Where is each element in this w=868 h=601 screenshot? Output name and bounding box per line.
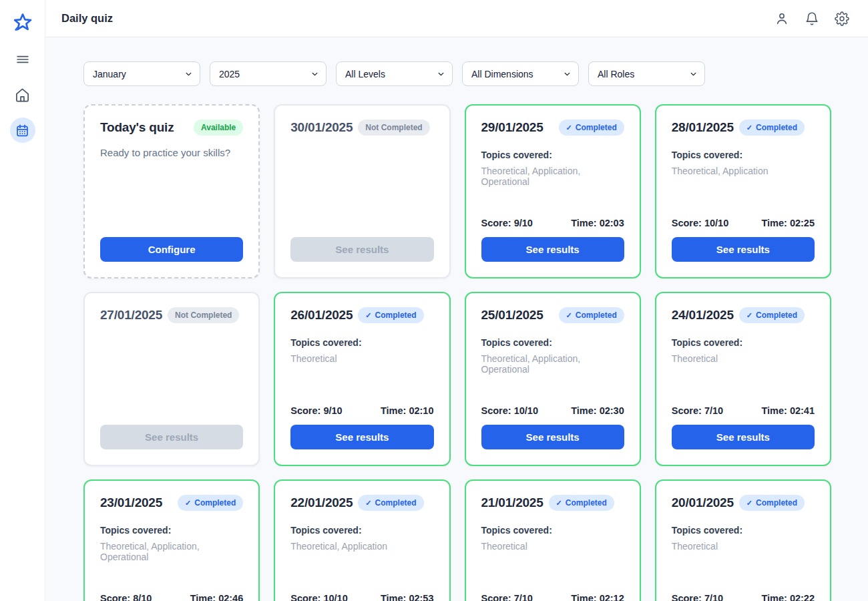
topics-section: Topics covered: Theoretical, Application… — [481, 323, 624, 375]
score-text: Score: 9/10 — [481, 218, 533, 228]
gear-icon[interactable] — [834, 11, 850, 27]
status-badge: ✓ Completed — [559, 120, 624, 136]
see-results-button[interactable]: See results — [672, 237, 815, 262]
time-text: Time: 02:25 — [761, 218, 815, 228]
time-text: Time: 02:03 — [571, 218, 624, 228]
user-icon[interactable] — [774, 11, 790, 27]
score-text: Score: 7/10 — [672, 593, 723, 601]
quiz-date: 27/01/2025 — [100, 308, 162, 323]
topics-label: Topics covered: — [481, 337, 624, 348]
topics-section: Topics covered: Theoretical — [481, 511, 624, 552]
topics-section: Topics covered: Theoretical, Application… — [100, 511, 243, 562]
check-icon: ✓ — [746, 499, 752, 508]
year-select[interactable]: 2025 — [210, 61, 327, 86]
today-quiz-subtitle: Ready to practice your skills? — [100, 147, 243, 158]
page-title: Daily quiz — [61, 12, 113, 25]
status-badge: ✓ Completed — [739, 495, 805, 511]
quiz-card: 22/01/2025 ✓ Completed Topics covered: T… — [274, 479, 450, 601]
level-select[interactable]: All Levels — [336, 61, 453, 86]
quiz-card: 26/01/2025 ✓ Completed Topics covered: T… — [274, 292, 450, 466]
check-icon: ✓ — [365, 311, 371, 320]
quiz-date: 21/01/2025 — [481, 495, 544, 510]
score-time-row: Score: 8/10 Time: 02:46 — [100, 593, 243, 601]
score-time-row: Score: 9/10 Time: 02:03 — [481, 218, 624, 228]
quiz-date: 23/01/2025 — [100, 495, 162, 510]
quiz-date: 22/01/2025 — [290, 495, 353, 510]
topbar-icons — [774, 11, 850, 27]
see-results-button: See results — [100, 425, 243, 449]
quiz-card: 23/01/2025 ✓ Completed Topics covered: T… — [83, 479, 260, 601]
status-badge: ✓ Completed — [178, 495, 243, 511]
topics-value: Theoretical — [672, 541, 815, 552]
today-quiz-title: Today's quiz — [100, 120, 174, 135]
quiz-card: 29/01/2025 ✓ Completed Topics covered: T… — [465, 104, 641, 278]
filter-bar: January 2025 All Levels All Dimensi — [83, 61, 831, 86]
score-text: Score: 8/10 — [100, 593, 152, 601]
quiz-date: 30/01/2025 — [290, 120, 353, 135]
topics-section: Topics covered: Theoretical — [290, 323, 433, 364]
check-icon: ✓ — [746, 124, 752, 132]
topics-label: Topics covered: — [672, 337, 815, 348]
level-filter: All Levels — [336, 61, 453, 86]
check-icon: ✓ — [556, 499, 562, 508]
topics-label: Topics covered: — [290, 525, 433, 536]
check-icon: ✓ — [566, 311, 572, 320]
see-results-button[interactable]: See results — [481, 237, 624, 262]
status-badge: Available — [194, 120, 243, 136]
status-badge: Not Completed — [358, 120, 429, 136]
quiz-date: 20/01/2025 — [672, 495, 734, 510]
quiz-date: 26/01/2025 — [290, 308, 353, 323]
month-select[interactable]: January — [83, 61, 200, 86]
time-text: Time: 02:53 — [381, 593, 434, 601]
dimension-select[interactable]: All Dimensions — [462, 61, 579, 86]
topics-value: Theoretical, Application — [672, 166, 815, 176]
topbar: Daily quiz — [45, 0, 868, 37]
check-icon: ✓ — [365, 499, 371, 508]
topics-section: Topics covered: Theoretical, Application… — [481, 136, 624, 187]
status-badge: ✓ Completed — [358, 307, 423, 323]
calendar-icon[interactable] — [10, 118, 35, 143]
score-time-row: Score: 7/10 Time: 02:12 — [481, 593, 624, 601]
score-text: Score: 10/10 — [481, 405, 538, 416]
bell-icon[interactable] — [804, 11, 820, 27]
role-filter: All Roles — [588, 61, 705, 86]
topics-label: Topics covered: — [481, 150, 624, 160]
see-results-button[interactable]: See results — [290, 425, 433, 449]
topics-label: Topics covered: — [290, 337, 433, 348]
status-badge: ✓ Completed — [549, 495, 614, 511]
see-results-button: See results — [290, 237, 433, 262]
score-text: Score: 10/10 — [290, 593, 347, 601]
topics-label: Topics covered: — [100, 525, 243, 536]
home-icon[interactable] — [14, 86, 31, 104]
topics-section: Topics covered: Theoretical, Application — [290, 511, 433, 552]
quiz-card: 21/01/2025 ✓ Completed Topics covered: T… — [465, 479, 641, 601]
topics-section: Topics covered: Theoretical — [672, 511, 815, 552]
score-time-row: Score: 7/10 Time: 02:41 — [672, 405, 815, 416]
topics-label: Topics covered: — [672, 150, 815, 160]
menu-icon[interactable] — [14, 51, 31, 67]
check-icon: ✓ — [185, 499, 191, 508]
time-text: Time: 02:12 — [571, 593, 624, 601]
status-badge: ✓ Completed — [358, 495, 423, 511]
score-time-row: Score: 10/10 Time: 02:30 — [481, 405, 624, 416]
topics-section: Topics covered: Theoretical — [672, 323, 815, 364]
app-logo-star-icon — [9, 9, 37, 37]
time-text: Time: 02:30 — [571, 405, 624, 416]
score-text: Score: 10/10 — [672, 218, 728, 228]
topics-section: Topics covered: Theoretical, Application — [672, 136, 815, 176]
topics-label: Topics covered: — [481, 525, 624, 536]
check-icon: ✓ — [566, 124, 572, 132]
role-select[interactable]: All Roles — [588, 61, 705, 86]
check-icon: ✓ — [746, 311, 752, 320]
score-text: Score: 7/10 — [481, 593, 533, 601]
today-quiz-card: Today's quiz Available Ready to practice… — [83, 104, 260, 278]
status-badge: Not Completed — [168, 307, 239, 323]
status-badge: ✓ Completed — [739, 307, 805, 323]
see-results-button[interactable]: See results — [481, 425, 624, 449]
quiz-card: 27/01/2025 Not Completed See results — [83, 292, 260, 466]
topics-value: Theoretical — [481, 541, 624, 552]
quiz-grid: Today's quiz Available Ready to practice… — [83, 104, 831, 601]
configure-button[interactable]: Configure — [100, 237, 243, 262]
see-results-button[interactable]: See results — [672, 425, 815, 449]
topics-value: Theoretical — [672, 353, 815, 364]
